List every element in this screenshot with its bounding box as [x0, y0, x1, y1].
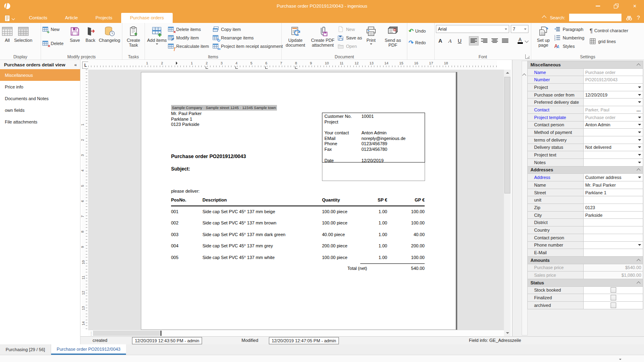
section-collapse-icon[interactable] — [637, 281, 641, 285]
prop-value[interactable] — [584, 226, 643, 234]
prop-value[interactable]: Parker, Paul… — [584, 106, 643, 113]
document-canvas[interactable]: Sample Company · Sample street 1245 · 12… — [88, 70, 504, 330]
checkbox[interactable] — [611, 295, 616, 300]
section-header-status[interactable]: Status — [528, 279, 643, 287]
dropdown-arrow-icon[interactable] — [638, 132, 641, 135]
sender-line[interactable]: Sample Company · Sample street 1245 · 12… — [171, 105, 277, 111]
new-project-button[interactable]: ＋ New — [42, 26, 67, 33]
prop-value[interactable] — [584, 129, 643, 136]
tab-stop-marker[interactable] — [295, 66, 297, 69]
prop-value[interactable] — [584, 99, 643, 106]
align-center-button[interactable] — [490, 36, 500, 45]
document-tab-purchase-order-po201912-0043[interactable]: Purchase order PO201912/0043 — [51, 344, 126, 355]
tab-stop-marker[interactable] — [206, 66, 208, 69]
dropdown-arrow-icon[interactable] — [638, 244, 641, 247]
section-collapse-icon[interactable] — [637, 169, 641, 173]
rearrange-items-button[interactable]: ↻ Rearrange items — [213, 34, 280, 41]
prop-value[interactable] — [584, 219, 643, 226]
document-tab-purchasing-29-56[interactable]: Purchasing [29 / 56] — [0, 344, 51, 355]
grid-lines-button[interactable]: grid lines — [590, 38, 640, 45]
section-collapse-icon[interactable] — [637, 63, 641, 67]
prop-value[interactable] — [584, 302, 643, 309]
tab-stop-marker[interactable] — [235, 66, 238, 69]
prop-value[interactable] — [584, 136, 643, 144]
align-right-button[interactable] — [479, 36, 489, 45]
tab-list-dropdown-icon[interactable] — [619, 359, 621, 361]
prop-value[interactable]: Parklane 1 — [584, 189, 643, 196]
sidebar-item-own-fields[interactable]: own fields — [0, 104, 80, 116]
ribbon-collapse-icon[interactable] — [542, 15, 547, 20]
sidebar-item-miscellaneous[interactable]: Miscellaneous — [0, 69, 80, 81]
create-pdf-attachment-button[interactable]: Create PDF attachment — [308, 24, 338, 48]
prop-value[interactable] — [584, 159, 643, 166]
new-document-button[interactable]: New — [338, 26, 362, 33]
project-item-receipt-assignment-button[interactable]: ∞ Project item receipt assignment — [213, 43, 280, 49]
font-color-dropdown-icon[interactable] — [525, 39, 529, 43]
save-as-button[interactable]: Save as — [338, 34, 362, 41]
selection-button[interactable]: Selection — [13, 24, 33, 43]
italic-button[interactable]: A — [446, 37, 454, 45]
prop-value[interactable]: Mr. Paul Parker — [584, 181, 643, 189]
minimize-button[interactable] — [588, 0, 607, 12]
delete-items-button[interactable]: × Delete items — [168, 26, 213, 33]
dropdown-arrow-icon[interactable] — [638, 86, 641, 90]
add-items-button[interactable]: Add items — [146, 24, 168, 47]
copy-item-button[interactable]: Copy item — [213, 26, 280, 33]
scroll-down-icon[interactable] — [504, 330, 511, 336]
dropdown-arrow-icon[interactable] — [638, 124, 641, 127]
prop-value[interactable]: 0123 — [584, 204, 643, 211]
numbering-button[interactable]: 123 Numbering — [554, 34, 590, 41]
checkbox[interactable] — [611, 302, 616, 308]
font-family-select[interactable]: Arial — [436, 25, 509, 33]
horizontal-scrollbar[interactable]: ⋮ — [88, 330, 504, 337]
styles-button[interactable]: AA Styles — [554, 43, 590, 49]
prop-value[interactable]: Purchase order — [584, 69, 643, 76]
prop-value[interactable]: Customer address — [584, 174, 643, 181]
dropdown-arrow-icon[interactable] — [638, 162, 641, 165]
prop-value[interactable] — [584, 196, 643, 204]
file-menu-button[interactable] — [4, 15, 14, 22]
send-as-pdf-button[interactable]: Send as PDF — [380, 24, 406, 48]
recalculate-item-button[interactable]: ƒ Recalculate item — [168, 43, 213, 49]
vertical-scrollbar[interactable] — [504, 70, 511, 336]
font-color-button[interactable]: A — [516, 37, 524, 45]
prop-value[interactable]: Anton Admin — [584, 121, 643, 129]
prop-value[interactable] — [584, 234, 643, 241]
dropdown-arrow-icon[interactable] — [638, 101, 641, 105]
underline-button[interactable]: U — [455, 37, 464, 45]
left-margin-marker[interactable] — [176, 62, 179, 65]
dropdown-arrow-icon[interactable] — [638, 177, 641, 180]
bold-button[interactable]: A — [436, 37, 445, 45]
panel-scroll-strip[interactable] — [522, 61, 528, 335]
restore-button[interactable] — [607, 0, 625, 12]
create-task-button[interactable]: Create Task — [124, 24, 143, 48]
prop-value[interactable] — [584, 151, 643, 158]
section-header-miscellaneous[interactable]: Miscellaneous — [528, 61, 643, 69]
update-document-button[interactable]: Update document — [283, 24, 308, 48]
prop-value[interactable]: Purchase order — [584, 114, 643, 121]
tab-stop-marker[interactable] — [265, 66, 268, 69]
panel-scroll-up-icon[interactable] — [522, 74, 526, 78]
undo-button[interactable]: ↶ Undo — [409, 27, 426, 34]
prop-value[interactable]: 12/20/2019 — [584, 91, 643, 99]
set-up-page-button[interactable]: Set up page — [533, 24, 554, 48]
prop-value[interactable]: $1,080.00 — [584, 272, 643, 279]
align-left-button[interactable] — [469, 36, 479, 45]
section-header-addresses[interactable]: Addresses — [528, 167, 643, 174]
back-button[interactable]: Back — [83, 24, 98, 43]
print-button[interactable]: Print — [362, 24, 380, 47]
horizontal-scroll-thumb[interactable] — [93, 331, 161, 336]
dropdown-arrow-icon[interactable] — [638, 139, 641, 142]
vertical-scroll-thumb[interactable] — [504, 77, 510, 193]
prop-value[interactable] — [584, 84, 643, 91]
font-size-select[interactable]: 7 — [511, 25, 528, 33]
sidebar-item-file-attachments[interactable]: File attachments — [0, 116, 80, 128]
ribbon-tab-purchase-orders[interactable]: Purchase orders — [121, 13, 173, 23]
open-document-button[interactable]: Open — [338, 43, 362, 49]
sidebar-collapse-icon[interactable]: « — [74, 62, 77, 67]
dropdown-arrow-icon[interactable] — [638, 146, 641, 150]
prop-value[interactable] — [584, 294, 643, 301]
delete-project-button[interactable]: × Delete — [42, 40, 67, 47]
ribbon-tab-article[interactable]: Article — [56, 13, 87, 23]
changelog-button[interactable]: Changelog — [98, 24, 121, 43]
